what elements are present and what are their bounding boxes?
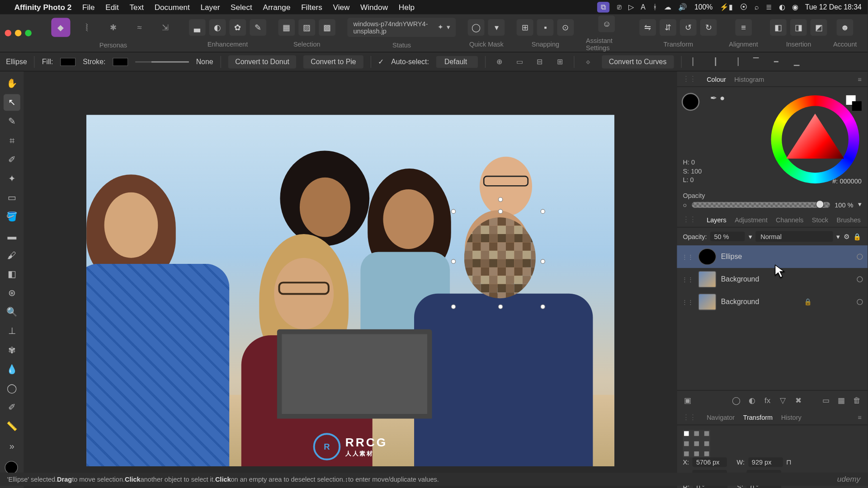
opacity-slider[interactable]: [692, 202, 830, 207]
convert-curves-icon[interactable]: ⟐: [581, 55, 594, 68]
siri-icon[interactable]: ◉: [792, 3, 798, 11]
invert-selection-icon[interactable]: ▩: [319, 19, 335, 36]
ruler-tool[interactable]: 📏: [4, 418, 20, 435]
panel-menu-icon[interactable]: ≡: [858, 75, 861, 83]
menu-select[interactable]: Select: [231, 3, 252, 12]
opacity-stepper-icon[interactable]: ▾: [858, 201, 862, 208]
menu-window[interactable]: Window: [360, 3, 388, 12]
snapping-toggle-icon[interactable]: ▪: [537, 19, 554, 36]
rotate-cw-icon[interactable]: ↻: [700, 19, 717, 36]
fill-swatch[interactable]: [60, 57, 75, 66]
close-window-button[interactable]: [5, 30, 11, 36]
view-hand-tool[interactable]: ✋: [4, 75, 20, 92]
inpaint-tool[interactable]: ✾: [4, 342, 20, 359]
align-center-h-icon[interactable]: ┃: [709, 55, 722, 68]
panel-grip-icon[interactable]: ⋮⋮: [683, 75, 696, 83]
layer-thumbnail[interactable]: [698, 294, 717, 310]
flood-fill-tool[interactable]: 🪣: [4, 208, 20, 225]
live-filter-icon[interactable]: ▽: [777, 394, 789, 406]
crop-mask-icon[interactable]: ✖: [793, 394, 804, 406]
layer-visibility-toggle[interactable]: [857, 277, 863, 282]
align-bottom-icon[interactable]: ▁: [790, 55, 803, 68]
layer-row-background[interactable]: ⋮⋮ Background: [677, 268, 868, 291]
panel-grip-icon[interactable]: ⋮⋮: [683, 413, 696, 421]
opacity-stepper-icon[interactable]: ▾: [749, 233, 752, 240]
snapping-force-icon[interactable]: ⊞: [517, 19, 533, 36]
colour-fg-swatch[interactable]: [680, 92, 704, 110]
blend-mode-dropdown[interactable]: Normal: [756, 231, 833, 242]
selection-bounding-box[interactable]: [453, 211, 543, 307]
search-icon[interactable]: ⌕: [755, 3, 759, 11]
convert-donut-button[interactable]: Convert to Donut: [228, 55, 296, 68]
document-close-icon[interactable]: ▾: [447, 23, 450, 31]
bluetooth-icon[interactable]: ᚼ: [653, 3, 657, 11]
show-alignment-icon[interactable]: ▭: [513, 55, 526, 68]
transform-origin-icon[interactable]: ⊕: [493, 55, 506, 68]
link-dimensions-icon[interactable]: ⊓: [786, 458, 792, 466]
menu-file[interactable]: File: [82, 3, 95, 12]
menu-document[interactable]: Document: [155, 3, 190, 12]
convert-curves-button[interactable]: Convert to Curves: [602, 55, 674, 68]
x-field[interactable]: 5706 px: [693, 457, 727, 467]
volume-icon[interactable]: 🔊: [678, 3, 687, 11]
clone-tool[interactable]: ⊛: [4, 285, 20, 301]
zoom-tool[interactable]: 🔍: [4, 304, 20, 320]
w-field[interactable]: 929 px: [748, 457, 783, 467]
stroke-width-slider[interactable]: [135, 61, 189, 62]
auto-colours-icon[interactable]: ✿: [229, 19, 246, 36]
cloud-icon[interactable]: ☁: [664, 3, 671, 11]
blend-stepper-icon[interactable]: ▾: [836, 233, 840, 240]
panel-menu-icon[interactable]: ≡: [858, 413, 861, 421]
tab-channels[interactable]: Channels: [776, 216, 803, 223]
stroke-style-value[interactable]: None: [196, 57, 213, 66]
layer-visibility-toggle[interactable]: [857, 299, 863, 305]
rotate-ccw-icon[interactable]: ↺: [680, 19, 697, 36]
layer-visibility-toggle[interactable]: [857, 253, 863, 259]
auto-contrast-icon[interactable]: ◐: [209, 19, 226, 36]
insert-behind-icon[interactable]: ◧: [770, 19, 787, 36]
align-right-icon[interactable]: ▕: [729, 55, 742, 68]
layer-grip-icon[interactable]: ⋮⋮: [682, 253, 693, 260]
align-middle-v-icon[interactable]: ━: [769, 55, 783, 68]
panel-grip-icon[interactable]: ⋮⋮: [683, 216, 696, 223]
layer-name[interactable]: Ellipse: [721, 253, 742, 261]
transform-separately-icon[interactable]: ⊟: [533, 55, 546, 68]
layer-name[interactable]: Background: [721, 298, 759, 306]
tab-transform[interactable]: Transform: [743, 413, 773, 421]
stroke-swatch[interactable]: [113, 57, 128, 66]
adjustment-layer-icon[interactable]: ◐: [746, 394, 758, 406]
persona-export[interactable]: ⇲: [156, 18, 175, 37]
magic-wand-tool[interactable]: ✦: [4, 170, 20, 187]
snapping-magnet-icon[interactable]: ⊙: [557, 19, 574, 36]
auto-levels-icon[interactable]: ▃: [189, 19, 206, 36]
battery-icon[interactable]: ⚡▮: [720, 3, 733, 11]
tab-adjustment[interactable]: Adjustment: [735, 216, 768, 223]
assistant-icon[interactable]: ☺: [599, 15, 615, 32]
blur-tool[interactable]: 💧: [4, 361, 20, 378]
layer-lock-icon[interactable]: 🔒: [853, 233, 861, 240]
auto-select-checkbox[interactable]: ✓: [378, 57, 384, 66]
layer-thumbnail[interactable]: [698, 271, 717, 288]
account-icon[interactable]: ☻: [837, 19, 854, 36]
layer-grip-icon[interactable]: ⋮⋮: [682, 299, 693, 305]
layer-cog-icon[interactable]: ⚙: [844, 233, 849, 240]
dodge-tool[interactable]: ◯: [4, 380, 20, 397]
document-tab[interactable]: windows-p74ndnYWRY4-unsplash.jp ✦ ▾: [347, 18, 456, 37]
quick-mask-icon[interactable]: ◯: [468, 19, 485, 36]
screen-record-icon[interactable]: ⧉: [597, 2, 610, 13]
layer-thumbnail[interactable]: [698, 249, 717, 265]
opacity-value[interactable]: 100 %: [835, 201, 853, 208]
pencil-tool[interactable]: ✎: [4, 113, 20, 130]
tab-history[interactable]: History: [781, 413, 802, 421]
app-name[interactable]: Affinity Photo 2: [14, 3, 72, 12]
layer-name[interactable]: Background: [721, 275, 759, 283]
input-icon[interactable]: A: [641, 3, 646, 11]
hex-value[interactable]: 000000: [840, 178, 861, 185]
group-icon[interactable]: ▭: [820, 394, 832, 406]
auto-select-dropdown[interactable]: Default: [436, 56, 478, 67]
default-colours-swatch[interactable]: [846, 95, 862, 111]
persona-develop[interactable]: ✱: [104, 18, 123, 37]
tab-stock[interactable]: Stock: [812, 216, 828, 223]
add-pixel-layer-icon[interactable]: ▦: [835, 394, 847, 406]
user-icon[interactable]: ◐: [779, 3, 785, 11]
